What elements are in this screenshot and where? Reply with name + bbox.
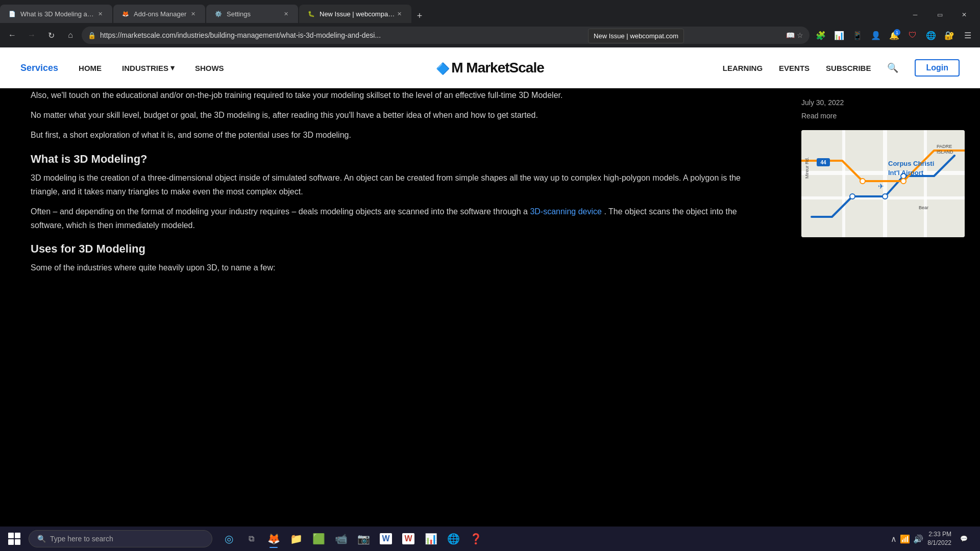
ublock-icon[interactable]: 🛡 xyxy=(904,27,921,43)
notifications-icon[interactable]: 🔔 1 xyxy=(886,27,902,43)
nav-learning[interactable]: LEARNING xyxy=(723,64,763,72)
login-button[interactable]: Login xyxy=(915,59,960,77)
article-paragraph-6: Some of the industries where quite heavi… xyxy=(31,261,755,274)
tab-3-title: Settings xyxy=(227,10,282,18)
tab-3[interactable]: ⚙️ Settings ✕ xyxy=(206,5,298,23)
tab-tooltip: New Issue | webcompat.com xyxy=(588,29,684,43)
bookmark-icon[interactable]: ☆ xyxy=(797,31,803,39)
taskbar-explorer-btn[interactable]: 📁 xyxy=(286,529,306,549)
menu-button[interactable]: ☰ xyxy=(960,27,976,43)
svg-point-10 xyxy=(901,179,906,184)
taskbar-minecraft-btn[interactable]: 🟩 xyxy=(308,529,329,549)
maximize-button[interactable]: ▭ xyxy=(928,7,951,23)
window-controls: ─ ▭ ✕ xyxy=(903,7,980,23)
nav-home[interactable]: HOME xyxy=(79,64,102,72)
nav-events[interactable]: EVENTS xyxy=(779,64,810,72)
system-tray-icons: ∧ 📶 🔊 xyxy=(891,534,923,544)
site-nav-left: Services HOME INDUSTRIES ▾ SHOWS xyxy=(20,63,224,73)
tab-2[interactable]: 🦊 Add-ons Manager ✕ xyxy=(113,5,205,23)
tab-1-favicon: 📄 xyxy=(8,10,16,18)
taskbar-system-tray: ∧ 📶 🔊 2:33 PM 8/1/2022 💬 xyxy=(891,530,980,547)
nav-industries[interactable]: INDUSTRIES ▾ xyxy=(122,63,175,72)
map-image: 44 Corpus Christi Int'l Airport Mireur R… xyxy=(801,130,965,237)
site-logo: 🔷M MarketScale xyxy=(436,60,544,76)
tab-3-favicon: ⚙️ xyxy=(214,10,223,18)
services-link[interactable]: Services xyxy=(20,63,58,73)
taskbar-taskview-btn[interactable]: ⧉ xyxy=(241,529,261,549)
security-lock-icon: 🔒 xyxy=(88,32,96,39)
edge-icon[interactable]: 🌐 xyxy=(923,27,939,43)
taskbar-cortana-btn[interactable]: ◎ xyxy=(218,529,239,549)
industries-chevron-icon: ▾ xyxy=(170,63,175,72)
svg-text:Mireur Rd.: Mireur Rd. xyxy=(804,157,810,179)
taskbar-search-text: Type here to search xyxy=(50,535,113,543)
tab-1[interactable]: 📄 What is 3D Modeling an... ✕ xyxy=(0,5,112,23)
new-tab-button[interactable]: + xyxy=(412,9,427,23)
sidebar-image: 44 Corpus Christi Int'l Airport Mireur R… xyxy=(801,130,965,237)
sidebar-date: July 30, 2022 xyxy=(801,88,965,112)
tab-2-close[interactable]: ✕ xyxy=(189,10,197,18)
sync-icon[interactable]: 📱 xyxy=(849,27,866,43)
map-svg: 44 Corpus Christi Int'l Airport Mireur R… xyxy=(801,130,965,237)
notification-center-button[interactable]: 💬 xyxy=(955,531,972,547)
article-heading-1: What is 3D Modeling? xyxy=(31,153,755,166)
article-paragraph-1: Also, we'll touch on the educational and… xyxy=(31,88,755,102)
tab-4[interactable]: 🐛 New Issue | webcompat... ✕ xyxy=(299,5,411,23)
notification-badge: 1 xyxy=(894,29,900,36)
wifi-icon[interactable]: 📶 xyxy=(900,534,910,544)
taskbar-app9-btn[interactable]: W xyxy=(398,529,419,549)
svg-text:PADRE: PADRE xyxy=(937,144,952,149)
home-button[interactable]: ⌂ xyxy=(62,27,79,43)
svg-text:Corpus Christi: Corpus Christi xyxy=(888,160,934,167)
article-scanning-link[interactable]: 3D-scanning device xyxy=(530,207,602,216)
read-more-link[interactable]: Read more xyxy=(801,112,965,120)
taskbar-powerpoint-btn[interactable]: 📊 xyxy=(421,529,441,549)
volume-icon[interactable]: 🔊 xyxy=(913,534,923,544)
forward-button[interactable]: → xyxy=(23,27,40,43)
svg-rect-3 xyxy=(842,130,845,237)
chevron-up-icon[interactable]: ∧ xyxy=(891,534,897,544)
taskbar-zoom-btn[interactable]: 📹 xyxy=(331,529,351,549)
address-bar-actions: 📖 ☆ xyxy=(786,31,803,39)
taskbar-firefox-btn[interactable]: 🦊 xyxy=(263,529,284,549)
history-icon[interactable]: 📊 xyxy=(831,27,847,43)
taskbar-time: 2:33 PM xyxy=(927,530,951,539)
nav-shows[interactable]: SHOWS xyxy=(195,64,224,72)
tab-4-close[interactable]: ✕ xyxy=(395,10,403,18)
taskbar-help-btn[interactable]: ❓ xyxy=(465,529,486,549)
site-header: Services HOME INDUSTRIES ▾ SHOWS 🔷M Mark… xyxy=(0,47,980,88)
taskbar-search[interactable]: 🔍 Type here to search xyxy=(29,530,212,547)
article-paragraph-4: 3D modeling is the creation of a three-d… xyxy=(31,171,755,198)
tab-3-close[interactable]: ✕ xyxy=(282,10,290,18)
taskbar-camera-btn[interactable]: 📷 xyxy=(353,529,374,549)
search-icon[interactable]: 🔍 xyxy=(887,62,898,73)
extensions-icon[interactable]: 🧩 xyxy=(813,27,829,43)
article-paragraph-5: Often – and depending on the format of m… xyxy=(31,205,755,232)
svg-text:Bear: Bear xyxy=(919,205,928,210)
close-button[interactable]: ✕ xyxy=(952,7,976,23)
reload-button[interactable]: ↻ xyxy=(43,27,59,43)
svg-point-6 xyxy=(850,194,855,199)
tab-4-title: New Issue | webcompat... xyxy=(320,10,395,18)
toolbar-icons: 🧩 📊 📱 👤 🔔 1 🛡 🌐 🔐 ☰ xyxy=(813,27,976,43)
taskbar-apps: ◎ ⧉ 🦊 📁 🟩 📹 📷 W W 📊 🌐 xyxy=(218,529,486,549)
taskbar-edge-btn[interactable]: 🌐 xyxy=(443,529,463,549)
taskbar-clock[interactable]: 2:33 PM 8/1/2022 xyxy=(927,530,951,547)
svg-text:✈: ✈ xyxy=(878,182,884,190)
firefox-account-icon[interactable]: 👤 xyxy=(868,27,884,43)
svg-text:44: 44 xyxy=(820,160,826,165)
address-bar[interactable]: 🔒 https://marketscale.com/industries/bui… xyxy=(82,27,810,44)
taskbar-word-btn[interactable]: W xyxy=(376,529,396,549)
svg-point-7 xyxy=(883,194,888,199)
minimize-button[interactable]: ─ xyxy=(903,7,927,23)
article-text-before-link: Often – and depending on the format of m… xyxy=(31,207,528,216)
start-button[interactable] xyxy=(0,527,29,551)
address-bar-row: ← → ↻ ⌂ 🔒 https://marketscale.com/indust… xyxy=(0,23,980,47)
shield-icon[interactable]: 🔐 xyxy=(941,27,958,43)
taskbar-search-icon: 🔍 xyxy=(37,535,46,543)
reader-view-icon[interactable]: 📖 xyxy=(786,31,795,39)
nav-subscribe[interactable]: SUBSCRIBE xyxy=(826,64,871,72)
back-button[interactable]: ← xyxy=(4,27,20,43)
website-content: Services HOME INDUSTRIES ▾ SHOWS 🔷M Mark… xyxy=(0,47,980,527)
tab-1-close[interactable]: ✕ xyxy=(96,10,104,18)
